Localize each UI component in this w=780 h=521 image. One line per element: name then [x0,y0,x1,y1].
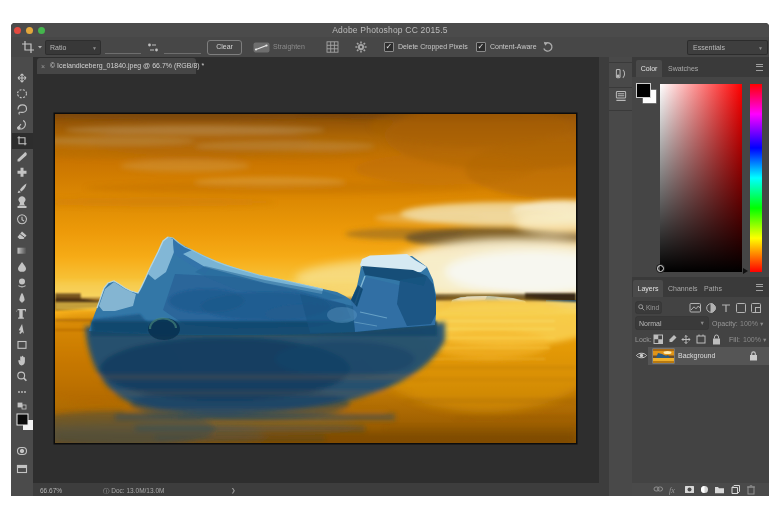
svg-text:fx: fx [669,486,675,495]
